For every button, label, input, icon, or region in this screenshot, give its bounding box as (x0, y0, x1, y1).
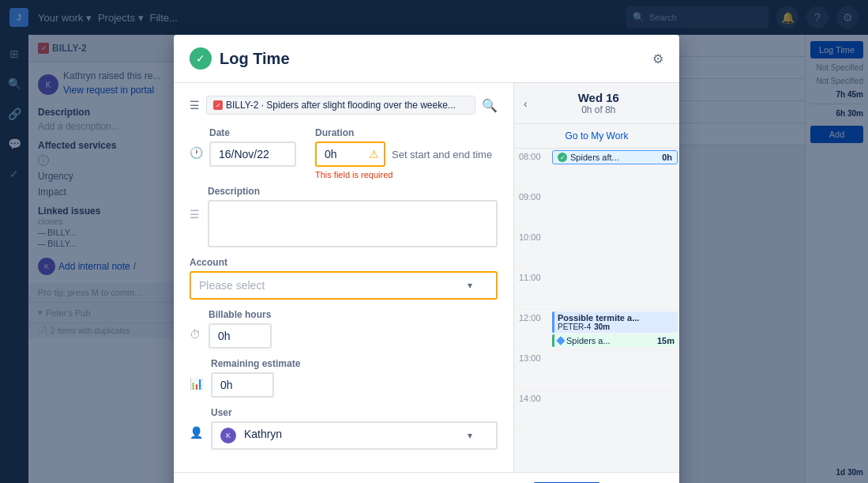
check-icon: ✓ (190, 47, 212, 70)
gear-icon[interactable]: ⚙ (652, 51, 663, 66)
description-textarea[interactable] (208, 200, 498, 247)
remaining-input[interactable] (212, 374, 272, 396)
account-select-wrap: Please select ▾ (190, 271, 498, 300)
calendar-header: ‹ Wed 16 0h of 8h (514, 83, 679, 124)
billable-group: Billable hours (209, 309, 272, 349)
billable-input-wrap (209, 323, 272, 349)
account-placeholder: Please select (199, 279, 265, 292)
modal-header: ✓ Log Time ⚙ (174, 35, 679, 83)
cal-event-termite[interactable]: Possible termite a... PETER-4 30m (552, 311, 678, 333)
user-select[interactable]: K Kathryn ▾ (211, 421, 498, 450)
issue-ref-row: ☰ ✓ BILLY-2 · Spiders after slight flood… (190, 96, 498, 115)
remaining-input-wrap (211, 372, 274, 398)
account-group: Account Please select ▾ (190, 257, 498, 300)
modal-body: ☰ ✓ BILLY-2 · Spiders after slight flood… (174, 83, 679, 472)
date-label: Date (209, 127, 296, 138)
user-label: User (211, 407, 498, 418)
spiders-2-text: Spiders a... (566, 336, 611, 345)
date-input[interactable] (209, 142, 296, 167)
list-icon: ☰ (190, 99, 200, 111)
search-icon-btn[interactable]: 🔍 (482, 98, 498, 113)
termite-title: Possible termite a... (558, 313, 674, 323)
user-avatar: K Kathryn (220, 428, 282, 443)
time-row-10: 10:00 (514, 229, 679, 270)
billable-icon: ⏱ (190, 328, 201, 341)
duration-label: Duration (315, 127, 492, 138)
cal-hours: 0h of 8h (528, 104, 670, 115)
time-label-10: 10:00 (519, 229, 550, 242)
user-icon: 👤 (190, 426, 203, 439)
issue-ref-tag: ✓ BILLY-2 · Spiders after slight floodin… (206, 96, 475, 115)
form-section: ☰ ✓ BILLY-2 · Spiders after slight flood… (174, 83, 513, 472)
time-label-12: 12:00 (519, 310, 550, 323)
termite-dur: 30m (594, 323, 610, 331)
issue-sq-icon: ✓ (213, 100, 223, 110)
go-to-work-link[interactable]: Go to My Work (514, 124, 679, 149)
cal-day: Wed 16 (528, 91, 670, 104)
time-row-11: 11:00 (514, 270, 679, 310)
event-check-icon: ✓ (558, 153, 567, 162)
time-row-08: 08:00 ✓ Spiders aft... 0h (514, 149, 679, 189)
clock-icon: 🕐 (190, 146, 203, 159)
event-text: Spiders aft... (570, 153, 659, 162)
date-group: Date (209, 127, 296, 167)
event-dur: 0h (662, 153, 672, 162)
time-content-12: Possible termite a... PETER-4 30m Spider… (550, 310, 679, 349)
remaining-icon: 📊 (190, 377, 203, 390)
diamond-icon (556, 336, 565, 345)
time-content-10 (550, 229, 679, 269)
time-content-13 (550, 350, 679, 390)
time-label-14: 14:00 (519, 391, 550, 403)
date-duration-row: 🕐 Date Duration ⚠ Set (190, 127, 498, 179)
time-content-09 (550, 189, 679, 228)
remaining-label: Remaining estimate (211, 358, 300, 369)
description-label: Description (208, 186, 498, 197)
time-label-09: 09:00 (519, 189, 550, 202)
time-content-14 (550, 391, 679, 430)
time-label-13: 13:00 (519, 350, 550, 363)
remaining-group: Remaining estimate (211, 358, 300, 398)
modal-footer: Log another Log time Cancel (174, 472, 679, 483)
log-time-modal: ✓ Log Time ⚙ ☰ ✓ BILLY-2 · Spiders after… (174, 35, 679, 483)
user-chevron-icon: ▾ (468, 430, 472, 441)
calendar-date: Wed 16 0h of 8h (528, 91, 670, 115)
spiders-2-dur: 15m (657, 336, 674, 345)
remaining-row: 📊 Remaining estimate (190, 358, 498, 398)
error-text: This field is required (315, 170, 492, 179)
time-label-08: 08:00 (519, 149, 550, 161)
user-value: Kathryn (244, 428, 282, 440)
description-group: Description (208, 186, 498, 247)
modal-title: Log Time (220, 50, 290, 68)
time-row-12: 12:00 Possible termite a... PETER-4 30m … (514, 310, 679, 350)
warning-icon: ⚠ (364, 148, 384, 160)
user-avatar-img: K (220, 428, 236, 443)
time-row-14: 14:00 (514, 391, 679, 431)
calendar-panel: ‹ Wed 16 0h of 8h Go to My Work 08:00 ✓ … (513, 83, 679, 472)
cal-event-spiders[interactable]: ✓ Spiders aft... 0h (552, 150, 678, 164)
billable-row: ⏱ Billable hours (190, 309, 498, 349)
user-group: User K Kathryn ▾ (211, 407, 498, 450)
description-row: ☰ Description (190, 186, 498, 247)
set-time-link[interactable]: Set start and end time (392, 149, 492, 160)
time-content-11 (550, 270, 679, 309)
time-row-09: 09:00 (514, 189, 679, 229)
duration-input-wrap: ⚠ (315, 142, 385, 167)
duration-row: ⚠ Set start and end time (315, 142, 492, 167)
description-icon: ☰ (190, 208, 200, 221)
calendar-body: Go to My Work 08:00 ✓ Spiders aft... 0h … (514, 124, 679, 472)
time-content-08: ✓ Spiders aft... 0h (550, 149, 679, 188)
issue-ref-text: BILLY-2 · Spiders after slight flooding … (226, 100, 456, 111)
billable-input[interactable] (210, 325, 270, 347)
termite-project: PETER-4 (558, 323, 591, 331)
chevron-down-icon: ▾ (468, 280, 472, 291)
duration-group: Duration ⚠ Set start and end time This f… (315, 127, 492, 179)
cal-event-spiders-2[interactable]: Spiders a... 15m (552, 334, 678, 347)
time-label-11: 11:00 (519, 270, 550, 282)
account-select[interactable]: Please select ▾ (190, 271, 498, 300)
duration-input[interactable] (317, 143, 364, 165)
account-label: Account (190, 257, 498, 268)
user-row: 👤 User K Kathryn ▾ (190, 407, 498, 450)
billable-label: Billable hours (209, 309, 272, 320)
time-row-13: 13:00 (514, 350, 679, 391)
